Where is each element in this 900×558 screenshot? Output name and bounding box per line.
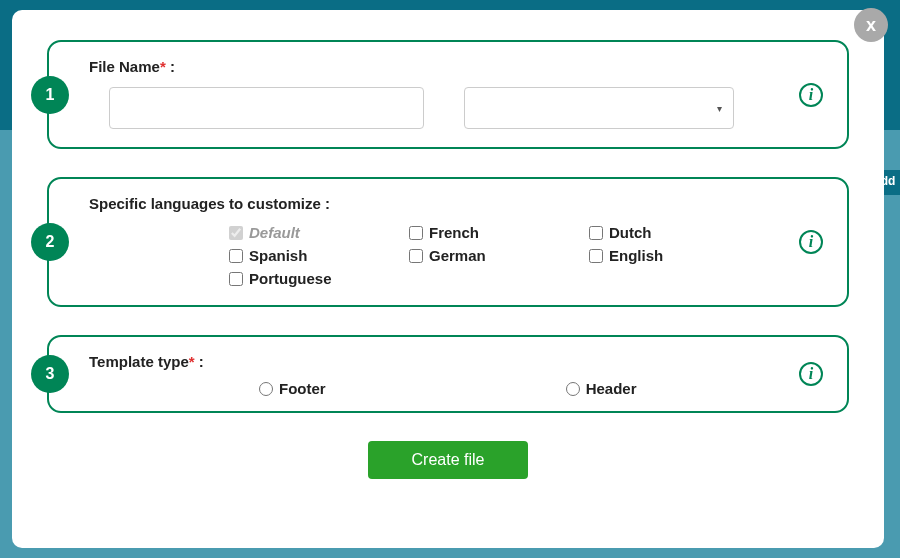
language-default-label: Default xyxy=(249,224,300,241)
checkbox-default xyxy=(229,226,243,240)
create-file-modal: x 1 File Name* : i 2 Specific languages … xyxy=(12,10,884,548)
languages-grid: Default French Dutch Spanish German Engl… xyxy=(89,224,817,287)
template-type-row: Footer Header xyxy=(89,380,817,397)
template-type-footer-label: Footer xyxy=(279,380,326,397)
file-name-label-text: File Name xyxy=(89,58,160,75)
info-icon[interactable]: i xyxy=(799,83,823,107)
template-type-header[interactable]: Header xyxy=(566,380,637,397)
template-type-label: Template type* : xyxy=(89,353,817,370)
template-type-footer[interactable]: Footer xyxy=(259,380,326,397)
file-name-input[interactable] xyxy=(109,87,424,129)
language-portuguese-label: Portuguese xyxy=(249,270,332,287)
language-german[interactable]: German xyxy=(409,247,579,264)
step-badge-2: 2 xyxy=(31,223,69,261)
language-default[interactable]: Default xyxy=(229,224,399,241)
checkbox-french[interactable] xyxy=(409,226,423,240)
checkbox-english[interactable] xyxy=(589,249,603,263)
language-german-label: German xyxy=(429,247,486,264)
template-type-label-text: Template type xyxy=(89,353,189,370)
language-dutch-label: Dutch xyxy=(609,224,652,241)
step-badge-1: 1 xyxy=(31,76,69,114)
radio-header[interactable] xyxy=(566,382,580,396)
language-english-label: English xyxy=(609,247,663,264)
radio-footer[interactable] xyxy=(259,382,273,396)
file-type-select[interactable] xyxy=(464,87,734,129)
language-english[interactable]: English xyxy=(589,247,749,264)
checkbox-spanish[interactable] xyxy=(229,249,243,263)
section-languages: 2 Specific languages to customize : Defa… xyxy=(47,177,849,307)
file-type-select-wrap xyxy=(464,87,734,129)
checkbox-portuguese[interactable] xyxy=(229,272,243,286)
create-file-button[interactable]: Create file xyxy=(368,441,529,479)
step-badge-3: 3 xyxy=(31,355,69,393)
label-colon: : xyxy=(166,58,175,75)
label-colon: : xyxy=(195,353,204,370)
close-button[interactable]: x xyxy=(854,8,888,42)
info-icon[interactable]: i xyxy=(799,362,823,386)
language-spanish-label: Spanish xyxy=(249,247,307,264)
file-name-label: File Name* : xyxy=(89,58,817,75)
language-spanish[interactable]: Spanish xyxy=(229,247,399,264)
info-icon[interactable]: i xyxy=(799,230,823,254)
language-dutch[interactable]: Dutch xyxy=(589,224,749,241)
section-file-name: 1 File Name* : i xyxy=(47,40,849,149)
languages-label: Specific languages to customize : xyxy=(89,195,817,212)
checkbox-german[interactable] xyxy=(409,249,423,263)
section-template-type: 3 Template type* : Footer Header i xyxy=(47,335,849,413)
template-type-header-label: Header xyxy=(586,380,637,397)
language-french-label: French xyxy=(429,224,479,241)
language-french[interactable]: French xyxy=(409,224,579,241)
checkbox-dutch[interactable] xyxy=(589,226,603,240)
language-portuguese[interactable]: Portuguese xyxy=(229,270,399,287)
file-name-row xyxy=(89,87,817,129)
